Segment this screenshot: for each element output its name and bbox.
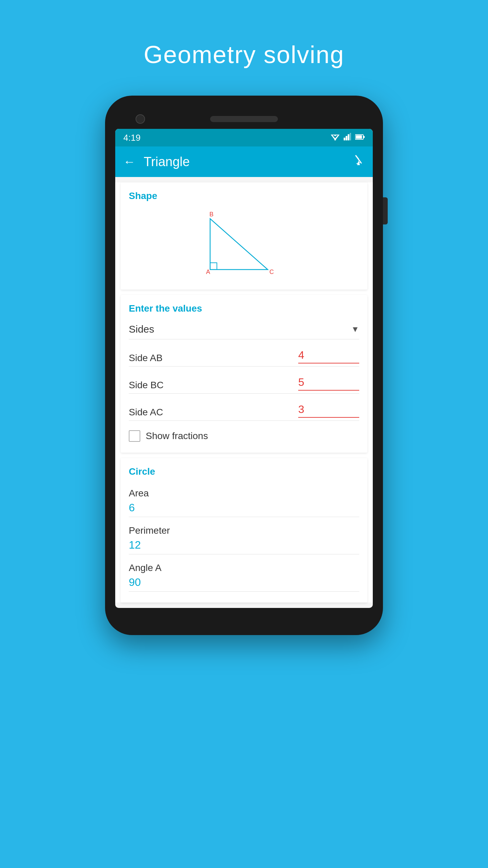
results-label: Circle	[129, 466, 359, 477]
perimeter-row: Perimeter 12	[129, 520, 359, 554]
dropdown-label: Sides	[129, 323, 154, 335]
svg-rect-7	[350, 133, 351, 140]
signal-icon	[344, 133, 351, 142]
status-bar: 4:19	[115, 129, 373, 146]
app-bar: ← Triangle	[115, 146, 373, 177]
back-button[interactable]: ←	[123, 155, 136, 169]
phone-speaker	[210, 116, 278, 122]
svg-rect-6	[348, 134, 349, 140]
shape-label: Shape	[129, 191, 359, 201]
wifi-icon	[331, 133, 340, 142]
area-row: Area 6	[129, 482, 359, 517]
perimeter-label: Perimeter	[129, 525, 359, 536]
angle-a-value: 90	[129, 576, 359, 589]
side-ac-label: Side AC	[129, 407, 163, 418]
phone-screen: 4:19	[115, 129, 373, 608]
svg-text:B: B	[209, 211, 214, 218]
content-area: Shape A B C Ente	[115, 182, 373, 603]
side-bc-row: Side BC	[129, 369, 359, 394]
svg-rect-5	[346, 136, 347, 140]
side-bc-input[interactable]	[298, 376, 359, 391]
triangle-diagram: A B C	[129, 207, 359, 281]
show-fractions-label: Show fractions	[146, 431, 208, 441]
side-ac-input[interactable]	[298, 403, 359, 418]
svg-line-12	[356, 156, 359, 159]
clear-button[interactable]	[352, 154, 365, 169]
phone-notch	[115, 116, 373, 122]
svg-marker-14	[210, 219, 268, 270]
dropdown-arrow-icon: ▼	[351, 324, 359, 334]
svg-text:A: A	[206, 269, 210, 275]
angle-a-label: Angle A	[129, 563, 359, 573]
side-button	[383, 197, 388, 224]
battery-icon	[355, 133, 365, 142]
enter-values-label: Enter the values	[129, 303, 359, 314]
area-value: 6	[129, 501, 359, 514]
svg-rect-10	[363, 136, 365, 138]
svg-text:C: C	[269, 269, 274, 275]
phone-camera	[136, 114, 145, 124]
side-ab-label: Side AB	[129, 353, 163, 363]
svg-rect-9	[356, 135, 362, 139]
show-fractions-row: Show fractions	[129, 423, 359, 445]
enter-values-section: Enter the values Sides ▼ Side AB Side BC…	[121, 295, 367, 453]
perimeter-value: 12	[129, 539, 359, 551]
svg-rect-4	[344, 138, 345, 140]
side-ab-row: Side AB	[129, 342, 359, 367]
status-icons	[331, 133, 365, 142]
side-ac-row: Side AC	[129, 396, 359, 421]
area-label: Area	[129, 488, 359, 499]
page-title: Geometry solving	[144, 41, 344, 68]
status-time: 4:19	[123, 133, 141, 143]
angle-a-row: Angle A 90	[129, 557, 359, 592]
sides-dropdown[interactable]: Sides ▼	[129, 319, 359, 339]
shape-section: Shape A B C	[121, 182, 367, 290]
phone-frame: 4:19	[105, 96, 383, 635]
show-fractions-checkbox[interactable]	[129, 430, 140, 442]
app-bar-title: Triangle	[144, 155, 352, 169]
results-section: Circle Area 6 Perimeter 12 Angle A 90	[121, 458, 367, 603]
side-ab-input[interactable]	[298, 349, 359, 363]
side-bc-label: Side BC	[129, 380, 164, 391]
